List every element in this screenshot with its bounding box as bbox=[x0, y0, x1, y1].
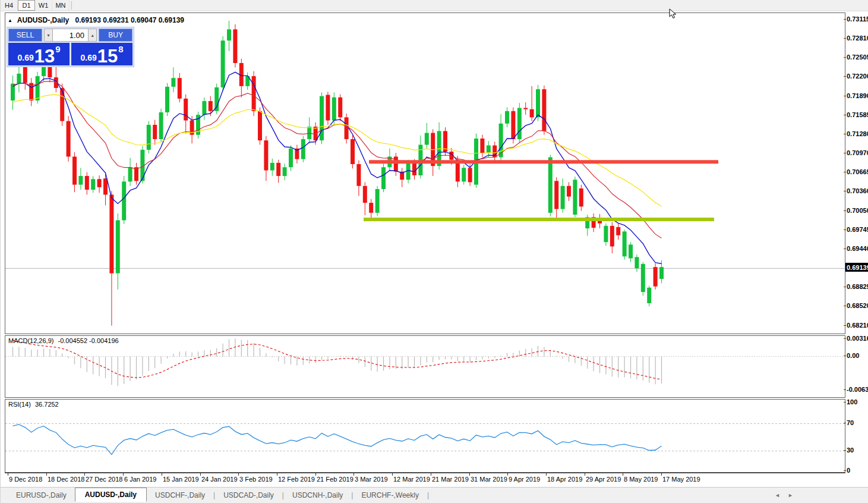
macd-axis: 0.0031640.00-0.006317 bbox=[847, 335, 868, 398]
rsi-axis-tick: 0 bbox=[847, 467, 850, 474]
price-axis-tick: 0.69440 bbox=[847, 245, 868, 252]
date-tick-mark bbox=[392, 473, 393, 476]
timeframe-button-h4[interactable]: H4 bbox=[1, 0, 18, 11]
buy-price-base: 0.69 bbox=[80, 53, 96, 65]
chart-title: ▲ AUDUSD-,Daily 0.69193 0.69231 0.69047 … bbox=[8, 16, 184, 24]
buy-price-pip: 8 bbox=[118, 44, 123, 54]
tab-audusd-daily[interactable]: AUDUSD-,Daily bbox=[75, 488, 147, 502]
price-axis-tick: 0.68520 bbox=[847, 302, 868, 309]
price-axis-tick: 0.72810 bbox=[847, 34, 868, 42]
date-tick-mark bbox=[469, 473, 470, 476]
date-tick-mark bbox=[84, 473, 85, 476]
sell-price-base: 0.69 bbox=[17, 53, 33, 65]
date-tick-mark bbox=[661, 473, 662, 476]
sell-price-big: 13 bbox=[34, 48, 55, 65]
date-tick-mark bbox=[162, 473, 162, 476]
price-axis-tick: 0.70050 bbox=[847, 207, 868, 214]
macd-axis-tick: 0.00 bbox=[847, 352, 859, 359]
buy-button[interactable]: BUY bbox=[99, 29, 132, 42]
tab-usdchf-daily[interactable]: USDCHF-,Daily bbox=[147, 489, 213, 502]
date-tick-mark bbox=[123, 473, 124, 476]
price-axis-tick: 0.68210 bbox=[847, 322, 868, 329]
date-tick-mark bbox=[507, 473, 508, 476]
one-click-trading-panel: SELL ▼ ▲ BUY 0.69 13 9 0.69 15 8 bbox=[7, 27, 134, 67]
price-axis-tick: 0.71890 bbox=[847, 92, 868, 99]
buy-price-big: 15 bbox=[97, 48, 118, 65]
rsi-indicator-pane[interactable]: RSI(14) 36.7252 bbox=[5, 399, 845, 473]
tab-scroll-right-icon[interactable]: ► bbox=[788, 492, 793, 498]
sell-button[interactable]: SELL bbox=[8, 29, 42, 42]
date-axis: 9 Dec 201818 Dec 201827 Dec 20186 Jan 20… bbox=[5, 473, 845, 487]
price-axis: 0.731150.728100.725050.722000.718900.715… bbox=[847, 12, 868, 334]
price-axis-tick: 0.70665 bbox=[847, 168, 868, 175]
date-tick-label: 18 Apr 2019 bbox=[547, 476, 582, 483]
toolbar-separator bbox=[71, 1, 72, 10]
chart-symbol-label: AUDUSD-,Daily bbox=[17, 16, 69, 24]
collapse-triangle-icon[interactable]: ▲ bbox=[8, 18, 12, 23]
date-tick-label: 27 Dec 2018 bbox=[86, 476, 122, 483]
date-tick-mark bbox=[431, 473, 431, 476]
tab-eurusd-daily[interactable]: EURUSD-,Daily bbox=[8, 489, 75, 502]
volume-decrease-button[interactable]: ▼ bbox=[44, 29, 53, 42]
date-tick-label: 31 Mar 2019 bbox=[471, 476, 507, 483]
price-axis-tick: 0.71585 bbox=[847, 111, 868, 118]
date-tick-label: 29 Apr 2019 bbox=[586, 476, 621, 483]
chart-ohlc-values: 0.69193 0.69231 0.69047 0.69139 bbox=[75, 16, 185, 24]
price-axis-tick: 0.72200 bbox=[847, 73, 868, 80]
timeframe-button-d1[interactable]: D1 bbox=[18, 0, 35, 11]
mt4-window: H4D1W1MN ▲ AUDUSD-,Daily 0.69193 0.69231… bbox=[0, 0, 868, 503]
volume-input[interactable] bbox=[53, 29, 88, 42]
mouse-cursor-icon bbox=[669, 8, 677, 19]
rsi-axis-tick: 30 bbox=[847, 447, 854, 454]
tab-usdcad-daily[interactable]: USDCAD-,Daily bbox=[215, 489, 282, 502]
rsi-axis-tick: 70 bbox=[847, 419, 854, 426]
date-tick-mark bbox=[200, 473, 201, 476]
date-tick-label: 6 Jan 2019 bbox=[124, 476, 156, 483]
date-tick-mark bbox=[315, 473, 316, 476]
date-tick-mark bbox=[238, 473, 239, 476]
date-tick-label: 24 Jan 2019 bbox=[201, 476, 238, 483]
price-axis-tick: 0.70360 bbox=[847, 187, 868, 194]
date-tick-label: 3 Feb 2019 bbox=[239, 476, 273, 483]
date-tick-mark bbox=[277, 473, 277, 476]
date-tick-label: 12 Mar 2019 bbox=[393, 476, 430, 483]
date-tick-label: 17 May 2019 bbox=[662, 476, 700, 483]
tab-eurchf-weekly[interactable]: EURCHF-,Weekly bbox=[353, 489, 427, 502]
date-tick-mark bbox=[353, 473, 354, 476]
date-tick-mark bbox=[546, 473, 547, 476]
rsi-value: 36.7252 bbox=[35, 401, 59, 408]
timeframe-button-mn[interactable]: MN bbox=[52, 0, 70, 11]
price-axis-tick: 0.71280 bbox=[847, 130, 868, 137]
sell-price-display[interactable]: 0.69 13 9 bbox=[8, 43, 70, 65]
date-tick-mark bbox=[585, 473, 585, 476]
macd-indicator-pane[interactable]: MACD(12,26,9) -0.004552 -0.004196 bbox=[5, 335, 845, 398]
rsi-axis: 10070300 bbox=[847, 399, 868, 473]
rsi-canvas bbox=[5, 400, 845, 472]
tab-separator: | bbox=[427, 491, 429, 499]
price-axis-tick: 0.73115 bbox=[847, 15, 868, 23]
date-tick-label: 3 Mar 2019 bbox=[355, 476, 388, 483]
date-tick-mark bbox=[46, 473, 47, 476]
sell-price-pip: 9 bbox=[55, 44, 60, 54]
macd-axis-tick: 0.003164 bbox=[847, 335, 868, 342]
price-axis-tick: 0.68825 bbox=[847, 283, 868, 290]
rsi-label: RSI(14) 36.7252 bbox=[8, 401, 59, 408]
volume-increase-button[interactable]: ▲ bbox=[88, 29, 97, 42]
date-tick-label: 12 Feb 2019 bbox=[278, 476, 315, 483]
date-tick-label: 15 Jan 2019 bbox=[163, 476, 199, 483]
date-tick-label: 18 Dec 2018 bbox=[48, 476, 84, 483]
tab-scroll-left-icon[interactable]: ◄ bbox=[775, 492, 780, 498]
current-price-tag: 0.69139 bbox=[845, 263, 868, 272]
date-tick-mark bbox=[623, 473, 623, 476]
date-tick-label: 21 Mar 2019 bbox=[432, 476, 469, 483]
price-axis-tick: 0.70970 bbox=[847, 149, 868, 156]
macd-histogram bbox=[13, 338, 662, 386]
price-axis-tick: 0.69745 bbox=[847, 226, 868, 233]
buy-price-display[interactable]: 0.69 15 8 bbox=[71, 43, 132, 65]
date-tick-label: 9 Dec 2018 bbox=[9, 476, 42, 483]
macd-signal-line bbox=[13, 340, 662, 379]
tab-usdcnh-daily[interactable]: USDCNH-,Daily bbox=[284, 489, 351, 502]
rsi-level-lines bbox=[5, 424, 845, 451]
rsi-axis-tick: 100 bbox=[847, 398, 857, 405]
timeframe-button-w1[interactable]: W1 bbox=[35, 0, 52, 11]
